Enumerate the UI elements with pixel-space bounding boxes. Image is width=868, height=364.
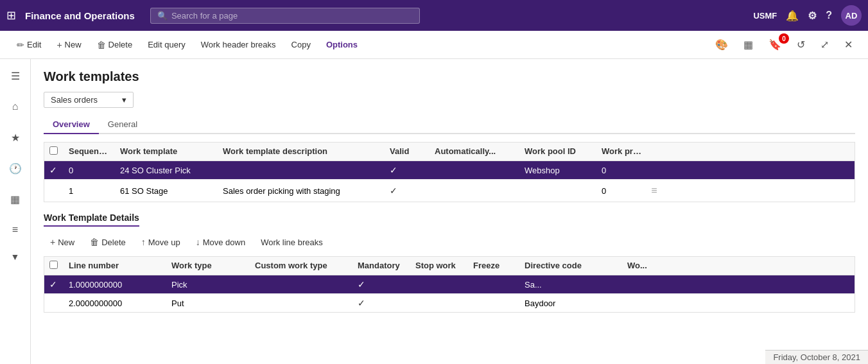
edit-query-button[interactable]: Edit query — [141, 36, 192, 53]
work-line-breaks-button[interactable]: Work line breaks — [254, 234, 329, 251]
search-bar[interactable]: 🔍 Search for a page — [150, 8, 420, 24]
row-pool — [519, 187, 596, 195]
row-wo — [622, 299, 673, 307]
main-content: Work templates Sales orders ▾ Overview G… — [31, 59, 868, 364]
action-bar: ✏ Edit + New 🗑 Delete Edit query Work he… — [0, 31, 868, 59]
palette-icon[interactable]: 🎨 — [710, 36, 733, 53]
new-icon: + — [56, 40, 62, 50]
tab-general[interactable]: General — [99, 116, 146, 134]
avatar[interactable]: AD — [841, 5, 862, 26]
row-valid: ✓ — [385, 161, 430, 179]
badge-count: 0 — [779, 33, 789, 44]
col-work-pool: Work pool ID — [519, 143, 596, 160]
nav-right: USMF 🔔 ⚙ ? AD — [753, 5, 862, 26]
columns-icon[interactable]: ▦ — [738, 36, 758, 53]
details-grid-header: Line number Work type Custom work type M… — [44, 257, 855, 275]
col-sequence: Sequence num... — [64, 143, 115, 160]
table-row[interactable]: ✓ 0 24 SO Cluster Pick ✓ Webshop 0 — [44, 161, 855, 180]
waffle-icon[interactable]: ⊞ — [6, 8, 16, 22]
col-automatically: Automatically... — [430, 143, 519, 160]
edit-button[interactable]: ✏ Edit — [10, 36, 48, 54]
valid-check-icon: ✓ — [390, 186, 397, 196]
row-template: 61 SO Stage — [115, 182, 218, 200]
action-bar-right: 🎨 ▦ 🔖 0 ↺ ⤢ ✕ — [710, 36, 858, 53]
work-templates-grid: Sequence num... Work template Work templ… — [44, 142, 855, 202]
sidebar-menu-icon[interactable]: ☰ — [4, 64, 27, 87]
status-bar: Friday, October 8, 2021 — [765, 350, 868, 364]
delete-button[interactable]: 🗑 Delete — [91, 36, 139, 54]
table-row[interactable]: 2.0000000000 Put ✓ Baydoor — [44, 294, 855, 312]
mandatory-check-icon: ✓ — [358, 298, 365, 308]
table-row[interactable]: ✓ 1.0000000000 Pick ✓ Sa... — [44, 275, 855, 294]
details-section-title: Work Template Details — [44, 212, 139, 227]
sidebar-history-icon[interactable]: 🕐 — [4, 157, 27, 180]
close-icon[interactable]: ✕ — [839, 36, 858, 53]
details-select-all-checkbox[interactable] — [49, 261, 58, 269]
col-line-number: Line number — [64, 257, 166, 275]
row-custom-work-type — [250, 281, 352, 288]
new-button[interactable]: + New — [50, 36, 87, 54]
details-delete-button[interactable]: 🗑 Delete — [83, 233, 132, 251]
row-mandatory: ✓ — [352, 275, 410, 293]
details-grid: Line number Work type Custom work type M… — [44, 256, 855, 313]
row-description — [218, 166, 385, 174]
row-work-type: Pick — [166, 276, 250, 293]
notification-icon[interactable]: 🔔 — [786, 10, 799, 22]
row-stop-work — [410, 299, 468, 307]
work-pool-link[interactable]: Webshop — [525, 166, 560, 175]
col-description: Work template description — [218, 143, 385, 160]
details-section: Work Template Details + New 🗑 Delete ↑ M… — [44, 212, 855, 313]
row-stop-work — [410, 281, 468, 288]
col-freeze: Freeze — [468, 257, 519, 275]
row-work-type: Put — [166, 295, 250, 312]
row-extra: ≡ — [648, 180, 661, 202]
col-directive-code: Directive code — [519, 257, 622, 275]
details-action-bar: + New 🗑 Delete ↑ Move up ↓ Move down Wor… — [44, 233, 855, 251]
row-valid: ✓ — [385, 182, 430, 200]
col-priority: Work priority — [596, 143, 648, 160]
tab-overview[interactable]: Overview — [44, 116, 99, 134]
user-label: USMF — [753, 11, 777, 21]
filter-icon[interactable]: ▼ — [8, 249, 22, 264]
col-mandatory: Mandatory — [352, 257, 410, 275]
refresh-icon[interactable]: ↺ — [792, 36, 810, 53]
details-new-button[interactable]: + New — [44, 233, 81, 251]
sidebar-list-icon[interactable]: ≡ — [4, 218, 27, 241]
search-placeholder: Search for a page — [171, 11, 238, 21]
checkmark-icon: ✓ — [49, 279, 57, 290]
sidebar-star-icon[interactable]: ★ — [4, 126, 27, 149]
row-priority: 0 — [596, 162, 648, 179]
fullscreen-icon[interactable]: ⤢ — [815, 36, 834, 53]
badge-wrap: 🔖 0 — [763, 36, 786, 53]
work-header-breaks-button[interactable]: Work header breaks — [195, 36, 282, 53]
col-wo: Wo... — [622, 257, 673, 275]
details-new-icon: + — [50, 237, 55, 247]
details-move-down-button[interactable]: ↓ Move down — [189, 233, 252, 251]
row-template: 24 SO Cluster Pick — [115, 162, 218, 179]
sales-order-filter[interactable]: Sales orders ▾ — [44, 92, 134, 108]
search-icon: 🔍 — [157, 11, 168, 21]
row-auto — [430, 166, 519, 174]
col-scroll — [648, 143, 661, 160]
work-templates-grid-header: Sequence num... Work template Work templ… — [44, 143, 855, 161]
top-nav: ⊞ Finance and Operations 🔍 Search for a … — [0, 0, 868, 31]
details-move-up-button[interactable]: ↑ Move up — [135, 233, 187, 251]
settings-icon[interactable]: ⚙ — [808, 10, 817, 22]
copy-button[interactable]: Copy — [285, 36, 317, 53]
valid-check-icon: ✓ — [390, 165, 397, 175]
row-directive-code: Baydoor — [519, 295, 622, 312]
options-button[interactable]: Options — [320, 36, 364, 53]
table-row[interactable]: 1 61 SO Stage Sales order picking with s… — [44, 180, 855, 202]
select-all-checkbox[interactable] — [49, 146, 58, 155]
row-priority: 0 — [596, 182, 648, 200]
col-stop-work: Stop work — [410, 257, 468, 275]
sidebar-dashboard-icon[interactable]: ▦ — [4, 187, 27, 211]
sidebar-home-icon[interactable]: ⌂ — [4, 95, 27, 118]
delete-icon: 🗑 — [97, 40, 106, 50]
row-sequence: 0 — [64, 162, 115, 179]
col-valid: Valid — [385, 143, 430, 160]
help-icon[interactable]: ? — [826, 10, 832, 21]
row-description: Sales order picking with staging — [218, 182, 385, 200]
row-check: ✓ — [44, 161, 64, 179]
row-custom-work-type — [250, 299, 352, 307]
